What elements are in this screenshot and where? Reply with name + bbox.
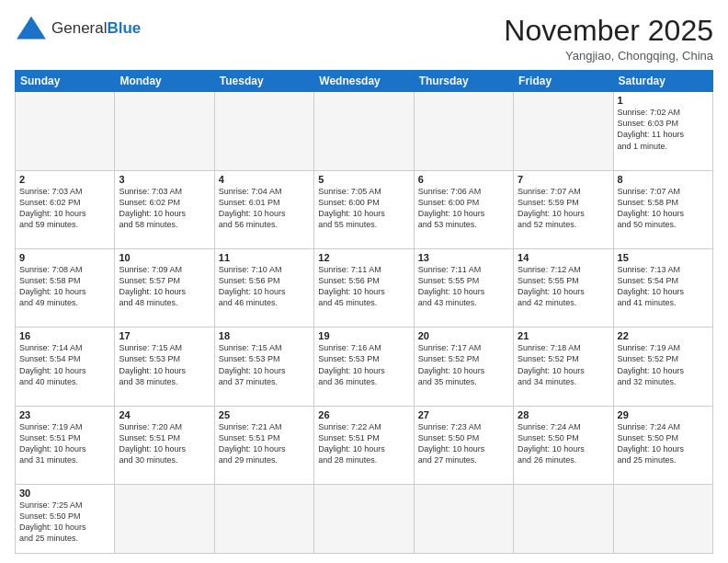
table-row: 26Sunrise: 7:22 AM Sunset: 5:51 PM Dayli… bbox=[314, 406, 414, 484]
table-row bbox=[314, 92, 414, 170]
col-saturday: Saturday bbox=[613, 71, 712, 92]
day-info: Sunrise: 7:20 AM Sunset: 5:51 PM Dayligh… bbox=[119, 421, 210, 466]
day-number: 22 bbox=[618, 330, 709, 341]
table-row: 20Sunrise: 7:17 AM Sunset: 5:52 PM Dayli… bbox=[414, 327, 513, 406]
table-row: 16Sunrise: 7:14 AM Sunset: 5:54 PM Dayli… bbox=[16, 327, 115, 406]
subtitle: Yangjiao, Chongqing, China bbox=[504, 49, 713, 63]
day-info: Sunrise: 7:24 AM Sunset: 5:50 PM Dayligh… bbox=[518, 421, 609, 466]
day-info: Sunrise: 7:03 AM Sunset: 6:02 PM Dayligh… bbox=[119, 186, 210, 231]
table-row: 6Sunrise: 7:06 AM Sunset: 6:00 PM Daylig… bbox=[414, 170, 513, 248]
day-number: 21 bbox=[518, 330, 609, 341]
calendar-table: Sunday Monday Tuesday Wednesday Thursday… bbox=[15, 70, 713, 554]
table-row bbox=[414, 484, 513, 553]
table-row bbox=[314, 484, 414, 553]
table-row: 28Sunrise: 7:24 AM Sunset: 5:50 PM Dayli… bbox=[514, 406, 613, 484]
day-number: 11 bbox=[219, 252, 310, 263]
day-number: 14 bbox=[518, 252, 609, 263]
table-row bbox=[514, 92, 613, 170]
page: GeneralBlue November 2025 Yangjiao, Chon… bbox=[0, 0, 728, 563]
day-info: Sunrise: 7:13 AM Sunset: 5:54 PM Dayligh… bbox=[618, 264, 709, 309]
calendar-body: 1Sunrise: 7:02 AM Sunset: 6:03 PM Daylig… bbox=[16, 92, 713, 554]
table-row: 12Sunrise: 7:11 AM Sunset: 5:56 PM Dayli… bbox=[314, 248, 414, 327]
table-row bbox=[115, 484, 214, 553]
table-row bbox=[214, 484, 313, 553]
table-row: 1Sunrise: 7:02 AM Sunset: 6:03 PM Daylig… bbox=[613, 92, 712, 170]
col-friday: Friday bbox=[514, 71, 613, 92]
day-info: Sunrise: 7:09 AM Sunset: 5:57 PM Dayligh… bbox=[119, 264, 210, 309]
col-thursday: Thursday bbox=[414, 71, 513, 92]
table-row bbox=[514, 484, 613, 553]
day-info: Sunrise: 7:02 AM Sunset: 6:03 PM Dayligh… bbox=[618, 107, 709, 152]
table-row bbox=[214, 92, 313, 170]
day-info: Sunrise: 7:15 AM Sunset: 5:53 PM Dayligh… bbox=[119, 342, 210, 387]
table-row: 4Sunrise: 7:04 AM Sunset: 6:01 PM Daylig… bbox=[214, 170, 313, 248]
table-row: 2Sunrise: 7:03 AM Sunset: 6:02 PM Daylig… bbox=[16, 170, 115, 248]
table-row: 5Sunrise: 7:05 AM Sunset: 6:00 PM Daylig… bbox=[314, 170, 414, 248]
table-row: 8Sunrise: 7:07 AM Sunset: 5:58 PM Daylig… bbox=[613, 170, 712, 248]
day-number: 30 bbox=[19, 488, 110, 499]
table-row: 3Sunrise: 7:03 AM Sunset: 6:02 PM Daylig… bbox=[115, 170, 214, 248]
day-number: 23 bbox=[19, 409, 110, 420]
col-tuesday: Tuesday bbox=[214, 71, 313, 92]
table-row: 25Sunrise: 7:21 AM Sunset: 5:51 PM Dayli… bbox=[214, 406, 313, 484]
table-row: 17Sunrise: 7:15 AM Sunset: 5:53 PM Dayli… bbox=[115, 327, 214, 406]
day-number: 9 bbox=[19, 252, 110, 263]
day-number: 26 bbox=[318, 409, 409, 420]
calendar-header-row: Sunday Monday Tuesday Wednesday Thursday… bbox=[16, 71, 713, 92]
table-row: 18Sunrise: 7:15 AM Sunset: 5:53 PM Dayli… bbox=[214, 327, 313, 406]
day-info: Sunrise: 7:15 AM Sunset: 5:53 PM Dayligh… bbox=[219, 342, 310, 387]
day-info: Sunrise: 7:17 AM Sunset: 5:52 PM Dayligh… bbox=[418, 342, 509, 387]
logo-text: GeneralBlue bbox=[51, 19, 141, 38]
table-row bbox=[414, 92, 513, 170]
day-number: 25 bbox=[219, 409, 310, 420]
day-info: Sunrise: 7:19 AM Sunset: 5:52 PM Dayligh… bbox=[618, 342, 709, 387]
title-block: November 2025 Yangjiao, Chongqing, China bbox=[504, 15, 713, 63]
table-row bbox=[613, 484, 712, 553]
day-number: 13 bbox=[418, 252, 509, 263]
day-number: 27 bbox=[418, 409, 509, 420]
svg-rect-2 bbox=[27, 28, 37, 38]
day-info: Sunrise: 7:04 AM Sunset: 6:01 PM Dayligh… bbox=[219, 186, 310, 231]
day-info: Sunrise: 7:18 AM Sunset: 5:52 PM Dayligh… bbox=[518, 342, 609, 387]
table-row bbox=[115, 92, 214, 170]
day-number: 12 bbox=[318, 252, 409, 263]
table-row: 29Sunrise: 7:24 AM Sunset: 5:50 PM Dayli… bbox=[613, 406, 712, 484]
day-number: 17 bbox=[119, 330, 210, 341]
day-number: 10 bbox=[119, 252, 210, 263]
day-number: 6 bbox=[418, 174, 509, 185]
day-info: Sunrise: 7:23 AM Sunset: 5:50 PM Dayligh… bbox=[418, 421, 509, 466]
day-info: Sunrise: 7:11 AM Sunset: 5:55 PM Dayligh… bbox=[418, 264, 509, 309]
day-number: 4 bbox=[219, 174, 310, 185]
col-sunday: Sunday bbox=[16, 71, 115, 92]
day-number: 5 bbox=[318, 174, 409, 185]
day-number: 1 bbox=[618, 95, 709, 106]
table-row: 15Sunrise: 7:13 AM Sunset: 5:54 PM Dayli… bbox=[613, 248, 712, 327]
day-info: Sunrise: 7:22 AM Sunset: 5:51 PM Dayligh… bbox=[318, 421, 409, 466]
day-number: 24 bbox=[119, 409, 210, 420]
logo: GeneralBlue bbox=[15, 15, 141, 42]
table-row: 19Sunrise: 7:16 AM Sunset: 5:53 PM Dayli… bbox=[314, 327, 414, 406]
table-row: 24Sunrise: 7:20 AM Sunset: 5:51 PM Dayli… bbox=[115, 406, 214, 484]
table-row: 9Sunrise: 7:08 AM Sunset: 5:58 PM Daylig… bbox=[16, 248, 115, 327]
day-info: Sunrise: 7:21 AM Sunset: 5:51 PM Dayligh… bbox=[219, 421, 310, 466]
day-info: Sunrise: 7:08 AM Sunset: 5:58 PM Dayligh… bbox=[19, 264, 110, 309]
table-row: 22Sunrise: 7:19 AM Sunset: 5:52 PM Dayli… bbox=[613, 327, 712, 406]
col-monday: Monday bbox=[115, 71, 214, 92]
col-wednesday: Wednesday bbox=[314, 71, 414, 92]
day-number: 16 bbox=[19, 330, 110, 341]
day-number: 2 bbox=[19, 174, 110, 185]
month-title: November 2025 bbox=[504, 15, 713, 47]
day-info: Sunrise: 7:11 AM Sunset: 5:56 PM Dayligh… bbox=[318, 264, 409, 309]
table-row: 14Sunrise: 7:12 AM Sunset: 5:55 PM Dayli… bbox=[514, 248, 613, 327]
table-row: 27Sunrise: 7:23 AM Sunset: 5:50 PM Dayli… bbox=[414, 406, 513, 484]
day-number: 29 bbox=[618, 409, 709, 420]
day-number: 3 bbox=[119, 174, 210, 185]
day-info: Sunrise: 7:24 AM Sunset: 5:50 PM Dayligh… bbox=[618, 421, 709, 466]
day-info: Sunrise: 7:16 AM Sunset: 5:53 PM Dayligh… bbox=[318, 342, 409, 387]
day-number: 20 bbox=[418, 330, 509, 341]
table-row: 10Sunrise: 7:09 AM Sunset: 5:57 PM Dayli… bbox=[115, 248, 214, 327]
day-info: Sunrise: 7:03 AM Sunset: 6:02 PM Dayligh… bbox=[19, 186, 110, 231]
day-number: 28 bbox=[518, 409, 609, 420]
logo-icon bbox=[15, 15, 48, 42]
table-row: 11Sunrise: 7:10 AM Sunset: 5:56 PM Dayli… bbox=[214, 248, 313, 327]
